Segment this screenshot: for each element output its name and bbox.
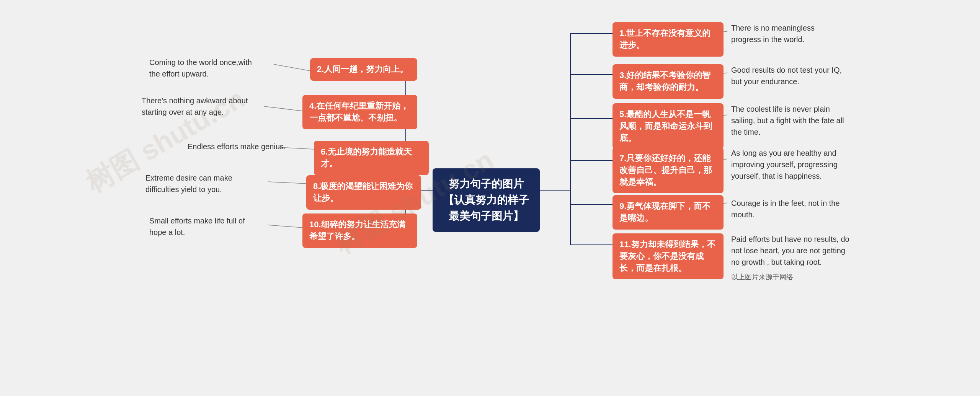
- left-node-8: 8.极度的渴望能让困难为你让步。: [306, 175, 421, 210]
- right-node-7-text: 7.只要你还好好的，还能改善自己、提升自己，那就是幸福。: [619, 153, 712, 187]
- left-node-6-text: 6.无止境的努力能造就天才。: [321, 147, 412, 168]
- left-desc-2: Coming to the world once,with the effort…: [149, 57, 264, 80]
- left-node-4: 4.在任何年纪里重新开始，一点都不尴尬、不别扭。: [302, 95, 417, 129]
- left-desc-6: Endless efforts make genius.: [188, 141, 286, 152]
- left-node-10-text: 10.细碎的努力让生活充满希望了许多。: [309, 220, 405, 241]
- right-node-1: 1.世上不存在没有意义的进步。: [612, 22, 724, 57]
- mindmap-container: 树图 shutu.cn 树图 shutu.cn 努力句子的图片【认真努力的样子最…: [0, 0, 980, 396]
- left-node-10: 10.细碎的努力让生活充满希望了许多。: [302, 213, 417, 248]
- right-desc-7: As long as you are healthy and improving…: [731, 147, 846, 182]
- right-node-11: 11.努力却未得到结果，不要灰心，你不是没有成长，而是在扎根。: [612, 233, 724, 279]
- svg-line-0: [274, 64, 310, 71]
- right-desc-5: The coolest life is never plain sailing,…: [731, 103, 846, 138]
- right-desc-11: Paid efforts but have no results, do not…: [731, 233, 854, 268]
- left-desc-8: Extreme desire can make difficulties yie…: [145, 172, 260, 195]
- left-desc-4: There's nothing awkward about starting o…: [142, 95, 256, 118]
- left-node-8-text: 8.极度的渴望能让困难为你让步。: [313, 181, 413, 203]
- right-node-1-text: 1.世上不存在没有意义的进步。: [619, 28, 710, 50]
- right-desc-9: Courage is in the feet, not in the mouth…: [731, 197, 846, 220]
- right-desc-1: There is no meaningless progress in the …: [731, 22, 846, 45]
- right-node-11-text: 11.努力却未得到结果，不要灰心，你不是没有成长，而是在扎根。: [619, 240, 715, 273]
- left-node-2: 2.人间一趟，努力向上。: [310, 58, 417, 81]
- left-node-4-text: 4.在任何年纪里重新开始，一点都不尴尬、不别扭。: [309, 101, 409, 122]
- right-node-3: 3.好的结果不考验你的智商，却考验你的耐力。: [612, 64, 724, 99]
- svg-line-4: [268, 225, 302, 228]
- right-node-7: 7.只要你还好好的，还能改善自己、提升自己，那就是幸福。: [612, 147, 724, 193]
- right-node-9: 9.勇气体现在脚下，而不是嘴边。: [612, 195, 724, 230]
- left-node-2-text: 2.人间一趟，努力向上。: [317, 64, 408, 74]
- svg-line-1: [264, 106, 302, 111]
- svg-line-3: [268, 182, 306, 184]
- left-desc-10: Small efforts make life full of hope a l…: [149, 215, 256, 238]
- right-node-5-text: 5.最酷的人生从不是一帆风顺，而是和命运永斗到底。: [619, 109, 712, 143]
- note-source: 以上图片来源于网络: [731, 272, 793, 282]
- center-text: 努力句子的图片【认真努力的样子最美句子图片】: [443, 178, 529, 222]
- center-node: 努力句子的图片【认真努力的样子最美句子图片】: [433, 168, 540, 232]
- right-node-3-text: 3.好的结果不考验你的智商，却考验你的耐力。: [619, 70, 710, 92]
- right-node-5: 5.最酷的人生从不是一帆风顺，而是和命运永斗到底。: [612, 103, 724, 149]
- left-node-6: 6.无止境的努力能造就天才。: [314, 141, 429, 175]
- right-desc-3: Good results do not test your IQ, but yo…: [731, 64, 846, 87]
- right-node-9-text: 9.勇气体现在脚下，而不是嘴边。: [619, 201, 710, 223]
